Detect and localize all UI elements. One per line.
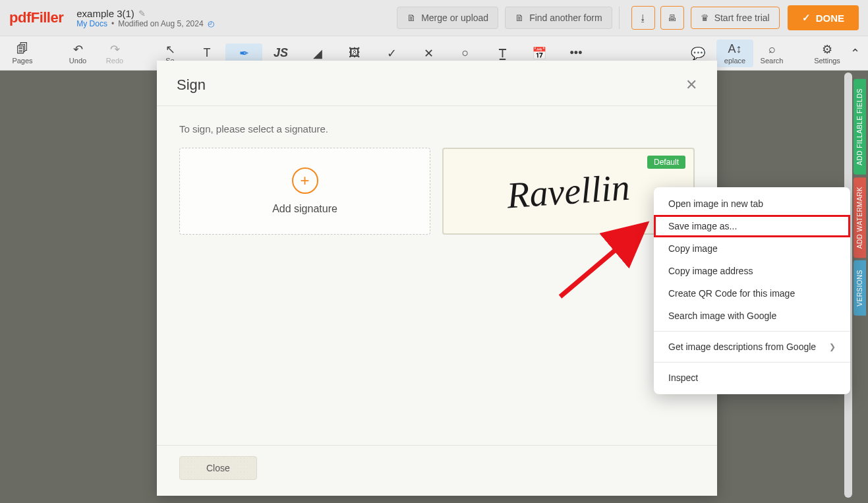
check-icon: ✓ bbox=[802, 12, 811, 24]
done-label: DONE bbox=[816, 13, 844, 24]
tool-initials[interactable]: JS bbox=[262, 44, 299, 63]
tool-sign[interactable]: ✒ bbox=[225, 44, 262, 63]
context-menu: Open image in new tab Save image as... C… bbox=[654, 187, 850, 394]
side-tabs: ADD FILLABLE FIELDS ADD WATERMARK VERSIO… bbox=[854, 79, 868, 318]
tool-undo-label: Undo bbox=[69, 57, 86, 65]
chevron-up-icon: ⌃ bbox=[850, 46, 860, 61]
modal-footer: Close bbox=[157, 445, 717, 496]
doc-title-row: example 3(1) ✎ bbox=[76, 8, 214, 19]
modified-text: Modified on Aug 5, 2024 bbox=[118, 19, 203, 28]
tool-erase[interactable]: ◢ bbox=[299, 44, 336, 63]
tool-settings[interactable]: ⚙ Settings bbox=[809, 40, 846, 67]
ctx-open-label: Open image in new tab bbox=[668, 198, 763, 209]
close-button[interactable]: Close bbox=[179, 456, 257, 480]
tool-textbox[interactable]: T̲ bbox=[484, 44, 521, 63]
pages-icon: 🗐 bbox=[16, 42, 28, 57]
tool-circle[interactable]: ○ bbox=[447, 44, 484, 63]
tool-image[interactable]: 🖼 bbox=[336, 44, 373, 63]
tool-text[interactable]: T bbox=[188, 44, 225, 63]
ctx-qr-code[interactable]: Create QR Code for this image bbox=[654, 282, 850, 305]
signature-image: Ravellin bbox=[506, 166, 631, 217]
ctx-descriptions[interactable]: Get image descriptions from Google ❯ bbox=[654, 336, 850, 358]
add-signature-label: Add signature bbox=[272, 203, 337, 215]
cross-icon: ✕ bbox=[424, 46, 434, 61]
tool-replace-label: eplace bbox=[724, 57, 745, 65]
divider bbox=[619, 7, 620, 29]
tool-comment[interactable]: 💬 bbox=[680, 44, 716, 63]
ctx-search-google[interactable]: Search image with Google bbox=[654, 305, 850, 327]
side-tab-fields[interactable]: ADD FILLABLE FIELDS bbox=[854, 79, 866, 175]
tool-settings-label: Settings bbox=[814, 57, 840, 65]
find-form-button[interactable]: 🗎 Find another form bbox=[505, 7, 612, 29]
side-tab-versions[interactable]: VERSIONS bbox=[854, 260, 866, 316]
tool-redo-label: Redo bbox=[106, 57, 123, 65]
my-docs-link[interactable]: My Docs bbox=[76, 19, 107, 28]
text-icon: T bbox=[204, 46, 211, 61]
tool-search[interactable]: ⌕ Search bbox=[753, 40, 790, 67]
search-doc-icon: 🗎 bbox=[515, 13, 524, 23]
ctx-inspect-label: Inspect bbox=[668, 372, 698, 383]
ctx-copy-image[interactable]: Copy image bbox=[654, 237, 850, 260]
doc-title: example 3(1) bbox=[76, 8, 134, 19]
plus-circle-icon: + bbox=[292, 167, 318, 194]
ctx-qr-label: Create QR Code for this image bbox=[668, 288, 795, 299]
undo-icon: ↶ bbox=[73, 42, 83, 57]
done-button[interactable]: ✓ DONE bbox=[788, 5, 859, 30]
search-icon: ⌕ bbox=[768, 42, 776, 57]
tool-check[interactable]: ✓ bbox=[373, 44, 410, 63]
more-icon: ••• bbox=[570, 46, 583, 61]
redo-icon: ↷ bbox=[110, 42, 120, 57]
doc-meta: example 3(1) ✎ My Docs • Modified on Aug… bbox=[76, 8, 214, 28]
document-icon: 🗎 bbox=[407, 13, 416, 23]
sign-icon: ✒ bbox=[239, 46, 249, 61]
tool-cross[interactable]: ✕ bbox=[410, 44, 447, 63]
replace-icon: A↕ bbox=[728, 42, 741, 57]
print-icon: 🖶 bbox=[668, 13, 676, 23]
ctx-save-image-as[interactable]: Save image as... bbox=[654, 215, 850, 237]
download-icon: ⭳ bbox=[639, 13, 647, 23]
merge-upload-button[interactable]: 🗎 Merge or upload bbox=[397, 7, 498, 29]
side-tab-watermark[interactable]: ADD WATERMARK bbox=[854, 177, 866, 258]
ctx-separator bbox=[654, 362, 850, 363]
tool-more[interactable]: ••• bbox=[558, 44, 594, 63]
top-bar: pdfFiller example 3(1) ✎ My Docs • Modif… bbox=[0, 0, 868, 36]
textbox-icon: T̲ bbox=[499, 46, 506, 61]
modal-close-button[interactable]: ✕ bbox=[685, 76, 697, 94]
start-trial-button[interactable]: ♛ Start free trial bbox=[691, 7, 780, 29]
pencil-icon[interactable]: ✎ bbox=[138, 9, 146, 18]
chevron-right-icon: ❯ bbox=[829, 342, 836, 351]
tool-pages-label: Pages bbox=[12, 57, 32, 65]
start-trial-label: Start free trial bbox=[714, 13, 770, 23]
close-icon: ✕ bbox=[685, 76, 697, 93]
app-logo: pdfFiller bbox=[9, 9, 63, 26]
find-form-label: Find another form bbox=[529, 13, 602, 23]
ctx-open-new-tab[interactable]: Open image in new tab bbox=[654, 192, 850, 215]
modal-prompt: To sign, please select a signature. bbox=[179, 123, 695, 134]
gear-icon: ⚙ bbox=[822, 42, 832, 57]
signature-row: + Add signature Default Ravellin ✎ bbox=[179, 148, 695, 235]
tool-replace[interactable]: A↕ eplace bbox=[716, 40, 753, 67]
tool-redo[interactable]: ↷ Redo bbox=[96, 40, 133, 67]
modal-title: Sign bbox=[177, 76, 206, 94]
cursor-icon: ↖ bbox=[165, 42, 175, 57]
tool-date[interactable]: 📅 bbox=[521, 44, 558, 63]
initials-icon: JS bbox=[274, 46, 288, 61]
ctx-copy-address[interactable]: Copy image address bbox=[654, 260, 850, 282]
modal-header: Sign ✕ bbox=[157, 61, 717, 106]
ctx-inspect[interactable]: Inspect bbox=[654, 367, 850, 389]
merge-upload-label: Merge or upload bbox=[421, 13, 488, 23]
modal-body: To sign, please select a signature. + Ad… bbox=[157, 106, 717, 252]
comment-icon: 💬 bbox=[691, 46, 705, 61]
ctx-save-label: Save image as... bbox=[668, 221, 737, 231]
print-button[interactable]: 🖶 bbox=[660, 6, 684, 30]
download-button[interactable]: ⭳ bbox=[631, 6, 655, 30]
add-signature-card[interactable]: + Add signature bbox=[179, 148, 430, 235]
tool-pages[interactable]: 🗐 Pages bbox=[4, 40, 41, 67]
tool-undo[interactable]: ↶ Undo bbox=[59, 40, 96, 67]
clock-icon: ◴ bbox=[208, 19, 214, 28]
date-icon: 📅 bbox=[532, 46, 546, 61]
tool-collapse[interactable]: ⌃ bbox=[846, 44, 864, 63]
eraser-icon: ◢ bbox=[313, 46, 322, 61]
sign-modal: Sign ✕ To sign, please select a signatur… bbox=[157, 61, 717, 496]
ctx-search-label: Search image with Google bbox=[668, 311, 776, 321]
